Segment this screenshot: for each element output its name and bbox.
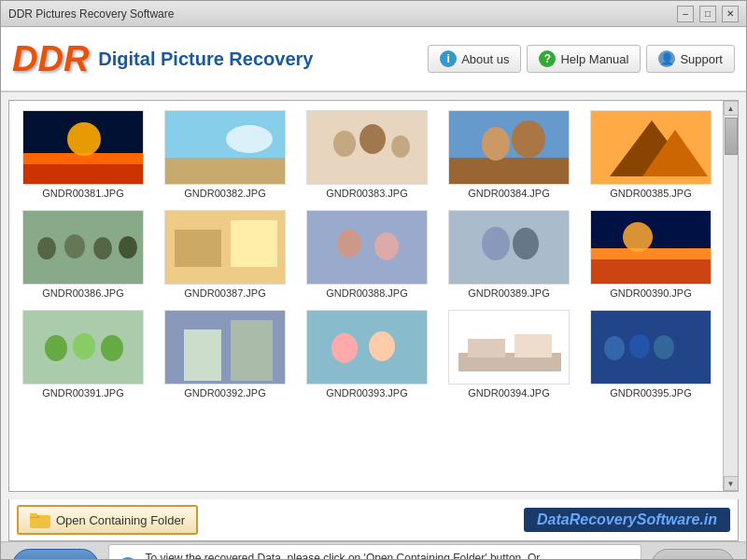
svg-rect-48: [468, 339, 505, 357]
svg-point-51: [604, 336, 625, 360]
svg-point-53: [654, 335, 674, 359]
footer-info: i To view the recovered Data, please cli…: [108, 544, 641, 560]
scroll-down-arrow[interactable]: ▼: [724, 476, 739, 491]
photo-label: GNDR00382.JPG: [184, 188, 265, 199]
scrollbar[interactable]: ▲ ▼: [723, 101, 738, 491]
svg-point-22: [119, 236, 137, 259]
support-label: Support: [680, 52, 723, 66]
info-icon: i: [440, 50, 457, 67]
help-label: Help Manual: [560, 52, 628, 66]
photo-thumb-GNDR00384: [448, 110, 570, 185]
photo-thumb-GNDR00386: [22, 210, 144, 285]
list-item[interactable]: GNDR00384.JPG: [444, 110, 573, 199]
list-item[interactable]: GNDR00382.JPG: [161, 110, 289, 199]
svg-point-8: [333, 131, 356, 157]
photo-thumb-GNDR00393: [306, 310, 428, 385]
svg-point-19: [37, 237, 56, 259]
svg-rect-43: [307, 311, 428, 385]
next-button[interactable]: Next ▶: [651, 549, 735, 560]
minimize-button[interactable]: –: [677, 6, 694, 22]
svg-rect-25: [231, 220, 277, 267]
open-folder-button[interactable]: Open Containing Folder: [17, 505, 198, 535]
list-item[interactable]: GNDR00386.JPG: [19, 210, 148, 299]
svg-point-38: [73, 333, 95, 359]
svg-point-39: [101, 335, 123, 361]
close-button[interactable]: ✕: [722, 6, 739, 22]
support-button[interactable]: 👤 Support: [646, 45, 735, 73]
bottom-action-bar: Open Containing Folder DataRecoverySoftw…: [8, 499, 739, 541]
maximize-button[interactable]: □: [699, 6, 716, 22]
photo-grid: GNDR00381.JPGGNDR00382.JPGGNDR00383.JPGG…: [9, 101, 738, 408]
svg-point-28: [374, 232, 399, 260]
svg-rect-41: [184, 329, 221, 381]
list-item[interactable]: GNDR00394.JPG: [444, 310, 573, 399]
svg-point-30: [482, 227, 510, 260]
svg-rect-5: [165, 158, 286, 185]
photo-thumb-GNDR00394: [448, 310, 570, 385]
header-buttons: i About us ? Help Manual 👤 Support: [428, 45, 735, 73]
photo-label: GNDR00387.JPG: [184, 287, 265, 299]
photo-thumb-GNDR00391: [22, 310, 144, 385]
photo-label: GNDR00394.JPG: [468, 387, 549, 399]
help-button[interactable]: ? Help Manual: [527, 45, 641, 73]
app-header: DDR Digital Picture Recovery i About us …: [1, 27, 746, 92]
scroll-thumb[interactable]: [725, 118, 738, 155]
svg-point-21: [93, 237, 112, 259]
svg-point-44: [331, 333, 358, 363]
photo-label: GNDR00391.JPG: [42, 387, 123, 399]
photo-label: GNDR00384.JPG: [468, 188, 549, 199]
help-icon: ?: [539, 50, 556, 67]
footer-info-icon: i: [119, 557, 137, 561]
brand-watermark: DataRecoverySoftware.in: [524, 508, 730, 532]
photo-label: GNDR00392.JPG: [184, 387, 265, 399]
svg-point-14: [512, 120, 545, 158]
list-item[interactable]: GNDR00388.JPG: [303, 210, 431, 299]
logo-ddr: DDR: [12, 41, 89, 77]
svg-rect-49: [514, 334, 552, 357]
photo-thumb-GNDR00382: [164, 110, 286, 185]
photo-label: GNDR00390.JPG: [610, 287, 691, 299]
about-label: About us: [461, 52, 509, 66]
photo-label: GNDR00381.JPG: [42, 188, 123, 199]
svg-point-54: [679, 336, 699, 360]
photo-thumb-GNDR00392: [164, 310, 286, 385]
svg-rect-1: [23, 162, 144, 185]
photo-label: GNDR00385.JPG: [610, 188, 691, 199]
footer-info-text: To view the recovered Data, please click…: [145, 551, 540, 560]
svg-point-52: [629, 334, 650, 358]
svg-point-3: [67, 122, 101, 156]
window-controls[interactable]: – □ ✕: [677, 6, 739, 22]
footer-nav: ◀ Back i To view the recovered Data, ple…: [1, 541, 746, 560]
photo-thumb-GNDR00383: [306, 110, 428, 185]
list-item[interactable]: GNDR00392.JPG: [161, 310, 289, 399]
list-item[interactable]: GNDR00391.JPG: [19, 310, 148, 399]
folder-icon: [30, 511, 50, 528]
main-content-area: GNDR00381.JPGGNDR00382.JPGGNDR00383.JPGG…: [8, 100, 739, 492]
list-item[interactable]: GNDR00389.JPG: [444, 210, 573, 299]
svg-point-13: [482, 127, 510, 161]
list-item[interactable]: GNDR00395.JPG: [586, 310, 715, 399]
scroll-track[interactable]: [724, 116, 738, 476]
list-item[interactable]: GNDR00381.JPG: [19, 110, 148, 199]
brand-text: DataRecoverySoftware.in: [537, 511, 717, 527]
photo-thumb-GNDR00388: [306, 210, 428, 285]
list-item[interactable]: GNDR00385.JPG: [586, 110, 715, 199]
list-item[interactable]: GNDR00390.JPG: [586, 210, 715, 299]
back-button[interactable]: ◀ Back: [12, 549, 99, 560]
support-icon: 👤: [658, 50, 675, 67]
list-item[interactable]: GNDR00383.JPG: [303, 110, 431, 199]
photo-label: GNDR00386.JPG: [42, 287, 123, 299]
svg-point-37: [45, 335, 67, 361]
photo-label: GNDR00389.JPG: [468, 287, 549, 299]
about-button[interactable]: i About us: [428, 45, 521, 73]
svg-point-6: [226, 125, 273, 153]
svg-point-45: [369, 331, 395, 361]
svg-rect-24: [175, 230, 221, 267]
logo-area: DDR Digital Picture Recovery: [12, 41, 313, 77]
svg-point-10: [391, 135, 410, 158]
svg-point-20: [64, 234, 85, 259]
scroll-up-arrow[interactable]: ▲: [724, 101, 739, 116]
list-item[interactable]: GNDR00393.JPG: [303, 310, 431, 399]
photo-label: GNDR00395.JPG: [610, 387, 691, 399]
list-item[interactable]: GNDR00387.JPG: [161, 210, 289, 299]
